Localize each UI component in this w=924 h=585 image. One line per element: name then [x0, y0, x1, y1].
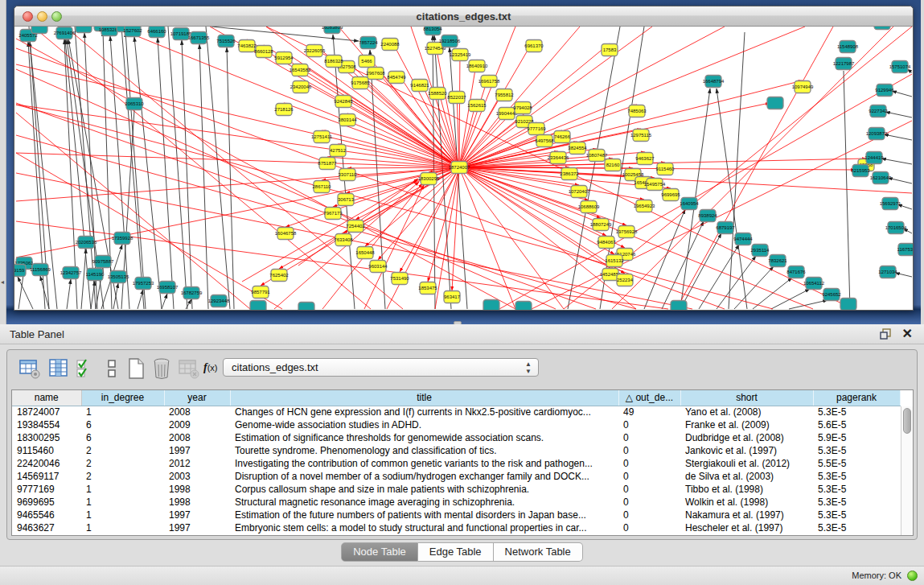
table-cell[interactable]: 0 [618, 521, 680, 534]
table-row[interactable]: 969969511998Structural magnetic resonanc… [12, 496, 900, 509]
close-panel-icon[interactable]: ✕ [902, 327, 913, 341]
graph-node[interactable]: 1588520 [428, 88, 447, 100]
column-header-3[interactable]: title [230, 390, 618, 406]
table-cell[interactable]: Tourette syndrome. Phenomenology and cla… [230, 444, 618, 457]
table-cell[interactable]: 0 [618, 431, 680, 444]
graph-node[interactable]: 3824554 [568, 142, 587, 154]
graph-node[interactable]: 5466 [359, 56, 375, 68]
table-cell[interactable]: 5.3E-5 [813, 509, 900, 521]
graph-node[interactable]: 23420046 [290, 81, 312, 93]
table-cell[interactable]: 1998 [164, 483, 230, 496]
column-header-5[interactable]: short [680, 390, 813, 406]
table-row[interactable]: 1872400712008Changes of HCN gene express… [12, 406, 900, 418]
graph-node[interactable]: 12217987 [833, 58, 855, 70]
table-cell[interactable]: 5.3E-5 [813, 496, 900, 509]
table-cell[interactable]: 0 [618, 496, 680, 509]
table-cell[interactable]: Jankovic et al. (1997) [680, 444, 813, 457]
graph-node[interactable]: 1167534 [897, 244, 913, 256]
table-cell[interactable]: 5.3E-5 [813, 470, 900, 483]
graph-node[interactable]: 12325419 [450, 49, 471, 61]
graph-node[interactable]: 8454749 [387, 72, 406, 84]
graph-node[interactable]: 15495754 [644, 179, 666, 191]
graph-node[interactable]: 8813054 [423, 27, 442, 35]
graph-node[interactable]: 8186328 [324, 56, 343, 68]
table-cell[interactable]: Genome-wide association studies in ADHD. [230, 418, 618, 431]
graph-node[interactable]: 1271034 [878, 266, 897, 278]
graph-node[interactable]: 17359928 [112, 233, 133, 245]
graph-node[interactable]: 1244419 [864, 152, 884, 164]
graph-node[interactable]: 15751074 [889, 61, 911, 73]
table-cell[interactable]: 9699695 [12, 496, 81, 509]
table-row[interactable]: 911546021997Tourette syndrome. Phenomeno… [12, 444, 900, 457]
table-cell[interactable]: 1997 [164, 509, 230, 521]
graph-node[interactable]: 8471676 [786, 266, 806, 278]
graph-node[interactable]: 2867110 [313, 181, 332, 193]
graph-node[interactable]: 23364436 [548, 152, 569, 164]
graph-node[interactable]: 9463627 [635, 153, 655, 165]
table-cell[interactable]: 9465546 [12, 509, 81, 521]
table-cell[interactable]: de Silva et al. (2003) [680, 470, 813, 483]
table-cell[interactable]: 49 [618, 406, 680, 418]
graph-node[interactable]: 18640910 [466, 60, 488, 72]
graph-node[interactable]: 16961758 [478, 76, 500, 88]
table-cell[interactable]: 1 [81, 509, 164, 521]
table-cell[interactable]: Corpus callosum shape and size in male p… [230, 483, 618, 496]
graph-node[interactable]: 19756928 [616, 226, 638, 238]
table-cell[interactable]: 1997 [164, 521, 230, 534]
graph-node[interactable]: 23226055 [304, 45, 326, 57]
graph-node[interactable]: 7633408 [334, 234, 353, 246]
graph-node[interactable]: 9245652 [822, 289, 841, 301]
table-cell[interactable]: 6 [81, 431, 164, 444]
row-height-icon[interactable] [101, 357, 123, 380]
graph-node[interactable]: 16046758 [275, 228, 297, 240]
tab-node-table[interactable]: Node Table [341, 542, 418, 562]
graph-node[interactable]: 8660128 [254, 46, 273, 58]
graph-node[interactable]: 2967608 [366, 68, 385, 80]
table-cell[interactable]: 1 [81, 521, 164, 534]
graph-node[interactable]: 16782759 [181, 287, 203, 299]
table-cell[interactable]: 6 [81, 418, 164, 431]
graph-node[interactable] [840, 299, 856, 311]
graph-node[interactable]: 2065310 [125, 98, 144, 110]
graph-node[interactable]: 6466160 [147, 27, 166, 38]
graph-node[interactable]: 82160 [605, 159, 621, 171]
tab-network-table[interactable]: Network Table [494, 542, 583, 562]
table-cell[interactable]: Embryonic stem cells: a model to study s… [230, 521, 618, 534]
table-mode-icon[interactable] [18, 357, 41, 380]
graph-node[interactable]: 11548908 [837, 41, 859, 53]
table-cell[interactable]: Nakamura et al. (1997) [680, 509, 813, 521]
graph-node[interactable]: 306713 [338, 194, 355, 206]
table-cell[interactable]: 5.6E-5 [813, 418, 900, 431]
graph-node[interactable]: 15692971 [880, 198, 901, 210]
table-cell[interactable]: Stergiakouli et al. (2012) [680, 457, 813, 470]
graph-node[interactable]: 1650448 [355, 247, 375, 259]
graph-node[interactable]: 7515526 [216, 35, 236, 47]
graph-node[interactable]: 13505135 [108, 271, 129, 283]
table-cell[interactable]: 5.9E-5 [813, 431, 900, 444]
graph-node[interactable]: 6879197 [716, 222, 735, 234]
delete-table-disabled-icon[interactable] [178, 357, 200, 380]
zoom-window-button[interactable] [51, 11, 62, 22]
graph-node[interactable]: 9175685 [351, 77, 370, 89]
graph-node[interactable]: 1145190 [86, 269, 105, 281]
graph-node[interactable]: 10654112 [803, 278, 825, 290]
delete-trash-icon[interactable] [150, 357, 173, 380]
table-cell[interactable]: 2009 [164, 418, 230, 431]
graph-node[interactable] [874, 27, 890, 30]
table-cell[interactable]: 5.3E-5 [813, 521, 900, 534]
table-cell[interactable]: 9777169 [12, 483, 81, 496]
graph-node[interactable]: 90975887 [92, 256, 114, 268]
table-cell[interactable]: Yano et al. (2008) [680, 406, 813, 418]
graph-node[interactable]: 746266 [554, 131, 571, 143]
graph-node[interactable]: 7857224 [359, 37, 378, 49]
graph-node[interactable]: 7955812 [495, 89, 514, 101]
graph-node[interactable]: 16543582 [290, 64, 311, 76]
table-row[interactable]: 1938455462009Genome-wide association stu… [12, 418, 900, 431]
graph-node[interactable]: 3803144 [338, 114, 357, 126]
graph-node[interactable]: 17957253 [133, 278, 154, 290]
table-cell[interactable]: 14569117 [12, 470, 81, 483]
table-cell[interactable]: Estimation of significance thresholds fo… [230, 431, 618, 444]
table-cell[interactable]: Structural magnetic resonance image aver… [230, 496, 618, 509]
graph-node[interactable]: 252234 [617, 274, 634, 286]
new-document-icon[interactable] [125, 357, 147, 380]
